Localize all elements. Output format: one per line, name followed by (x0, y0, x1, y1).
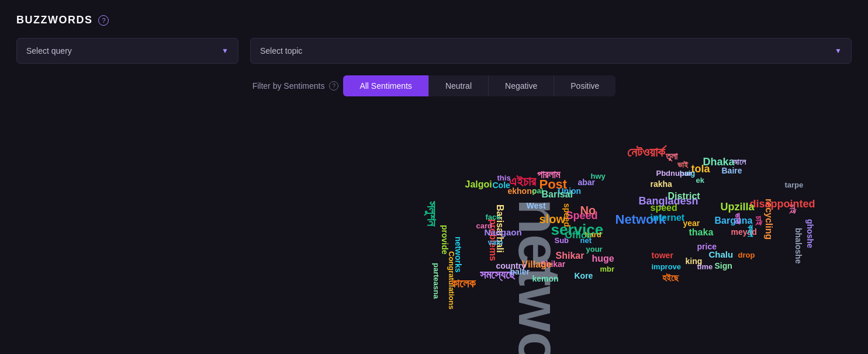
wordcloud-word[interactable]: time (697, 263, 713, 270)
wordcloud-word[interactable]: ভাই (677, 161, 688, 169)
wordcloud-word[interactable]: কালেক (451, 277, 475, 289)
wordcloud-word[interactable]: সমস্যেছে (480, 269, 515, 280)
wordcloud-word[interactable]: Office (565, 231, 592, 240)
wordcloud: networkনেটওয়ার্কNetworkBangladeshservic… (206, 111, 662, 292)
wordcloud-word[interactable]: tarpe (785, 181, 804, 189)
page-title: BUZZWORDS (16, 14, 92, 26)
wordcloud-word[interactable]: tower (652, 251, 673, 259)
wordcloud-word[interactable]: face (486, 213, 501, 221)
wordcloud-word[interactable]: আলে (732, 158, 746, 166)
wordcloud-word[interactable]: Upzilla (721, 202, 755, 212)
wordcloud-word[interactable]: Jalgoi (465, 180, 492, 189)
wordcloud-word[interactable]: West (527, 202, 546, 210)
sentiment-btn-all[interactable]: All Sentiments (343, 75, 428, 96)
wordcloud-word[interactable]: পারলাম (537, 169, 560, 180)
dropdowns-row: Select query ▼ Select topic ▼ (16, 38, 852, 64)
topic-dropdown[interactable]: Select topic ▼ (250, 38, 852, 64)
wordcloud-word[interactable]: bhaloshe (794, 228, 803, 263)
wordcloud-word[interactable]: নেটওয়ার্ক (627, 146, 665, 159)
wordcloud-word[interactable]: সলুশন (425, 202, 438, 227)
wordcloud-word[interactable]: year (683, 219, 700, 227)
wordcloud-word[interactable]: parteasna (433, 263, 440, 299)
sentiment-btn-negative[interactable]: Negative (489, 75, 554, 96)
query-dropdown[interactable]: Select query ▼ (16, 38, 238, 64)
wordcloud-word[interactable]: your (586, 245, 603, 253)
wordcloud-word[interactable]: thaka (689, 228, 714, 237)
wordcloud-word[interactable]: Barisal (542, 190, 573, 199)
wordcloud-word[interactable]: valo (488, 238, 503, 246)
wordcloud-word[interactable]: Baire (722, 166, 742, 175)
wordcloud-word[interactable]: hwy (591, 172, 606, 180)
wordcloud-word[interactable]: improve (652, 263, 682, 270)
query-dropdown-label: Select query (26, 46, 72, 55)
wordcloud-word[interactable]: তুলা (666, 152, 677, 161)
main-container: BUZZWORDS ? Select query ▼ Select topic … (0, 0, 868, 354)
query-dropdown-arrow: ▼ (222, 47, 229, 55)
wordcloud-word[interactable]: disappointed (750, 199, 815, 209)
wordcloud-word[interactable]: ek (696, 176, 704, 184)
wordcloud-word[interactable]: card (476, 222, 492, 230)
wordcloud-word[interactable]: কহুপ (746, 225, 755, 237)
wordcloud-word[interactable]: slow (540, 213, 565, 225)
topic-dropdown-label: Select topic (260, 46, 302, 55)
sentiment-filter-label: Filter by Sentiments (253, 81, 325, 91)
wordcloud-word[interactable]: internet (651, 213, 685, 223)
wordcloud-word[interactable]: drop (738, 251, 755, 259)
wordcloud-word[interactable]: Kore (575, 272, 593, 280)
wordcloud-word[interactable]: Village (522, 260, 552, 269)
wordcloud-word[interactable]: চাই (755, 216, 763, 225)
wordcloud-word[interactable]: Chalu (709, 250, 734, 259)
sentiment-filter-row: Filter by Sentiments ? All Sentiments Ne… (16, 75, 852, 96)
wordcloud-container: networkনেটওয়ার্কNetworkBangladeshservic… (16, 102, 852, 301)
wordcloud-word[interactable]: Pbdnupur (656, 169, 692, 177)
wordcloud-word[interactable]: হইছে (662, 273, 679, 283)
wordcloud-word[interactable]: speed (651, 203, 677, 213)
wordcloud-word[interactable]: provide (441, 225, 449, 255)
wordcloud-word[interactable]: huge (592, 254, 614, 263)
sentiment-btn-positive[interactable]: Positive (554, 75, 615, 96)
sentiment-buttons-group: All Sentiments Neutral Negative Positive (343, 75, 615, 96)
wordcloud-word[interactable]: mbr (600, 265, 615, 273)
wordcloud-word[interactable]: country (496, 262, 526, 270)
sentiment-btn-neutral[interactable]: Neutral (429, 75, 489, 96)
header-row: BUZZWORDS ? (16, 14, 852, 26)
wordcloud-word[interactable]: speed (563, 203, 571, 227)
wordcloud-word[interactable]: Sign (715, 262, 732, 270)
topic-dropdown-arrow: ▼ (835, 47, 842, 55)
wordcloud-word[interactable]: kemon (532, 275, 559, 283)
wordcloud-word[interactable]: this (497, 174, 511, 182)
wordcloud-word[interactable]: District (668, 192, 700, 201)
title-info-icon[interactable]: ? (98, 15, 109, 26)
wordcloud-word[interactable]: rakha (651, 180, 672, 188)
wordcloud-word[interactable]: Sub (555, 237, 569, 244)
wordcloud-word[interactable]: ghoshe (806, 219, 814, 248)
wordcloud-word[interactable]: No (580, 204, 596, 216)
wordcloud-word[interactable]: ভাত (734, 213, 742, 224)
sentiment-info-icon[interactable]: ? (329, 81, 338, 91)
